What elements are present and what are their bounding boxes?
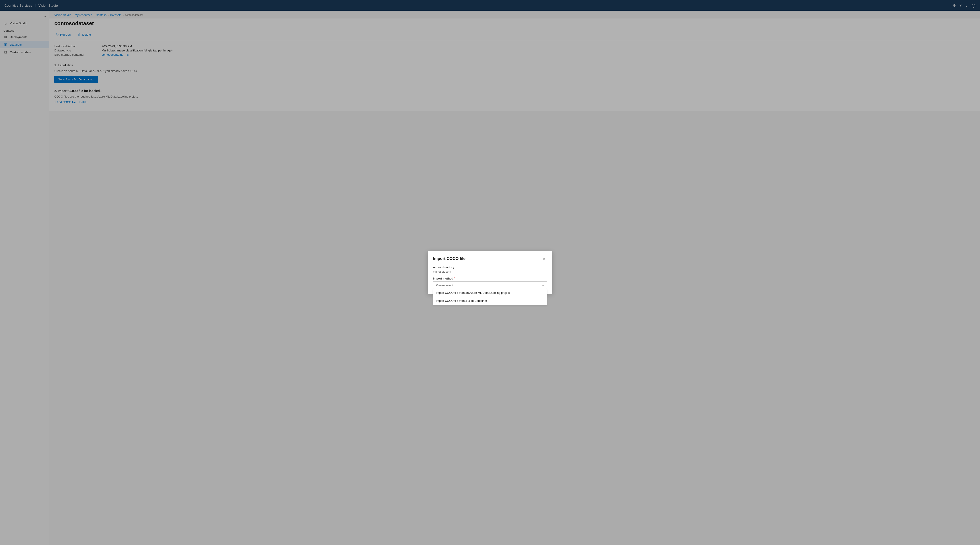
required-star: * <box>454 277 455 280</box>
option-azure-ml-label: Import COCO file from an Azure ML Data L… <box>436 291 510 294</box>
azure-directory-value: microsoft.com <box>433 270 547 273</box>
chevron-down-icon: ⌄ <box>542 283 544 287</box>
dropdown-placeholder: Please select <box>436 283 453 287</box>
modal-title: Import COCO file <box>433 256 466 261</box>
dropdown-option-azure-ml[interactable]: Import COCO file from an Azure ML Data L… <box>433 289 547 297</box>
import-method-label-row: Import method * <box>433 277 547 280</box>
dropdown-options-list: Import COCO file from an Azure ML Data L… <box>433 289 547 305</box>
import-method-dropdown[interactable]: Please select ⌄ <box>433 281 547 289</box>
azure-directory-label: Azure directory <box>433 266 547 269</box>
import-coco-modal: Import COCO file ✕ Azure directory micro… <box>428 251 552 294</box>
import-method-label: Import method <box>433 277 453 280</box>
option-blob-label: Import COCO file from a Blob Container <box>436 299 487 302</box>
modal-overlay[interactable]: Import COCO file ✕ Azure directory micro… <box>0 0 980 545</box>
import-method-dropdown-container: Please select ⌄ Import COCO file from an… <box>433 281 547 289</box>
modal-close-button[interactable]: ✕ <box>541 256 547 261</box>
modal-header: Import COCO file ✕ <box>433 256 547 261</box>
dropdown-option-blob[interactable]: Import COCO file from a Blob Container <box>433 297 547 305</box>
